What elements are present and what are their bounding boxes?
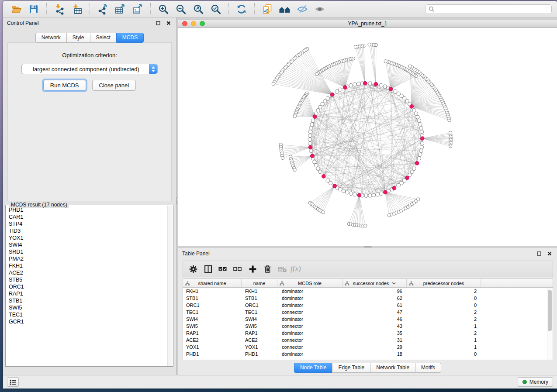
import-network-icon[interactable] [52, 3, 66, 16]
list-item[interactable]: PMA2 [6, 255, 167, 262]
network-node[interactable] [380, 192, 383, 195]
tab-edge-table[interactable]: Edge Table [332, 363, 370, 373]
network-node[interactable] [412, 109, 416, 112]
table-row[interactable]: PHD1PHD1dominator180 [183, 351, 553, 358]
network-node[interactable] [349, 83, 353, 87]
mcds-node[interactable] [343, 86, 347, 89]
network-node[interactable] [364, 224, 367, 227]
zoom-selected-icon[interactable] [209, 3, 223, 16]
network-node[interactable] [364, 194, 368, 197]
first-neighbors-icon[interactable] [278, 3, 292, 16]
table-scrollbar[interactable] [547, 288, 553, 360]
network-node[interactable] [376, 193, 379, 196]
network-node[interactable] [309, 126, 313, 130]
network-node[interactable] [318, 170, 322, 174]
list-item[interactable]: SRD1 [6, 248, 167, 255]
network-node[interactable] [412, 167, 416, 170]
tab-network[interactable]: Network [35, 33, 66, 43]
mcds-node[interactable] [322, 175, 325, 179]
tab-style[interactable]: Style [66, 33, 90, 43]
scrollbar-thumb[interactable] [548, 290, 552, 331]
network-node[interactable] [313, 160, 316, 164]
network-titlebar[interactable]: YPA_prune.txt_1 [178, 20, 557, 28]
network-node[interactable] [311, 119, 315, 122]
network-node[interactable] [397, 184, 400, 187]
open-session-icon[interactable] [9, 3, 23, 16]
network-node[interactable] [419, 149, 423, 153]
mcds-result-list[interactable]: PHD1CAR1STP4TID3YOX1SWI4SRD1PMA2FKH1ACE2… [6, 206, 167, 366]
network-node[interactable] [308, 130, 312, 134]
network-node[interactable] [449, 131, 452, 135]
memory-button[interactable]: Memory [518, 377, 553, 387]
list-item[interactable]: STP4 [6, 220, 167, 227]
list-item[interactable]: STB5 [6, 276, 167, 283]
save-session-icon[interactable] [27, 3, 41, 16]
network-node[interactable] [394, 89, 397, 93]
column-header-shared-name[interactable]: shared name [183, 279, 242, 287]
network-node[interactable] [368, 82, 372, 85]
network-node[interactable] [419, 126, 423, 130]
network-node[interactable] [339, 88, 342, 91]
mcds-node[interactable] [389, 87, 393, 91]
list-item[interactable]: GCR1 [6, 318, 167, 325]
delete-column-icon[interactable] [260, 262, 275, 275]
run-mcds-button[interactable]: Run MCDS [43, 80, 86, 91]
tab-node-table[interactable]: Node Table [294, 363, 332, 373]
network-node[interactable] [308, 138, 311, 141]
network-node[interactable] [335, 89, 339, 93]
network-node[interactable] [272, 82, 275, 86]
network-node[interactable] [326, 179, 329, 182]
network-node[interactable] [349, 192, 353, 195]
export-table-icon[interactable] [113, 3, 127, 16]
network-node[interactable] [400, 181, 403, 185]
network-node[interactable] [293, 168, 297, 172]
search-input[interactable] [425, 4, 552, 14]
clone-network-icon[interactable] [260, 3, 274, 16]
network-node[interactable] [308, 141, 311, 145]
mcds-node[interactable] [313, 115, 317, 119]
zoom-fit-icon[interactable] [191, 3, 205, 16]
table-row[interactable]: FKH1FKH1dominator962 [183, 288, 553, 295]
column-layout-icon[interactable] [201, 262, 215, 275]
tab-network-table[interactable]: Network Table [370, 363, 415, 373]
network-node[interactable] [308, 134, 311, 138]
mcds-node[interactable] [405, 176, 409, 180]
mcds-node[interactable] [357, 193, 361, 197]
network-node[interactable] [342, 189, 346, 193]
network-node[interactable] [368, 43, 371, 46]
export-network-icon[interactable] [96, 3, 110, 16]
list-item[interactable]: SWI5 [6, 304, 167, 311]
network-node[interactable] [416, 115, 419, 119]
task-history-button[interactable] [7, 377, 19, 387]
list-item[interactable]: YOX1 [6, 234, 167, 241]
network-node[interactable] [322, 211, 325, 214]
network-node[interactable] [372, 193, 375, 197]
network-node[interactable] [368, 194, 372, 197]
criterion-dropdown[interactable]: largest connected component (undirected) [21, 64, 158, 74]
import-table-icon[interactable] [70, 3, 84, 16]
network-node[interactable] [323, 100, 327, 103]
network-node[interactable] [293, 115, 297, 118]
list-item[interactable]: ACE2 [6, 269, 167, 276]
float-panel-icon[interactable] [154, 20, 162, 27]
mcds-result-scrollbar[interactable] [167, 206, 173, 366]
close-panel-icon[interactable] [546, 250, 553, 257]
network-node[interactable] [420, 145, 423, 149]
tab-motifs[interactable]: Motifs [415, 363, 441, 373]
list-item[interactable]: RAP1 [6, 290, 167, 297]
network-node[interactable] [408, 65, 412, 68]
network-node[interactable] [403, 96, 406, 100]
mcds-node[interactable] [420, 137, 424, 141]
table-row[interactable]: ORC1ORC1dominator610 [183, 302, 553, 309]
network-node[interactable] [315, 72, 318, 76]
mcds-node[interactable] [330, 93, 334, 96]
table-row[interactable]: STB1STB1dominator620 [183, 295, 553, 302]
network-node[interactable] [316, 167, 320, 170]
zoom-out-icon[interactable] [174, 3, 188, 16]
network-node[interactable] [419, 153, 422, 156]
splitter-handle[interactable] [364, 246, 372, 248]
table-row[interactable]: TEC1TEC1connector472 [183, 309, 553, 316]
network-node[interactable] [318, 105, 322, 109]
list-item[interactable]: CAR1 [6, 213, 167, 220]
mcds-node[interactable] [384, 190, 387, 194]
